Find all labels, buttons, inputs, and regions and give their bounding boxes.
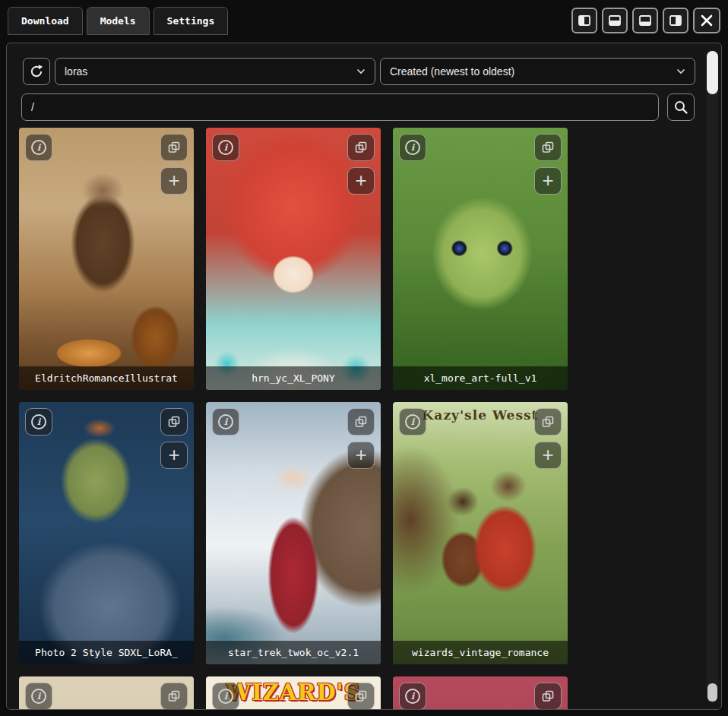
copy-button[interactable]	[534, 683, 562, 709]
info-button[interactable]: i	[25, 134, 52, 161]
split-top-button[interactable]	[632, 8, 658, 33]
add-button[interactable]: +	[347, 442, 375, 469]
search-input[interactable]	[21, 93, 659, 121]
tab-models[interactable]: Models	[87, 7, 150, 35]
split-right-icon	[669, 14, 682, 27]
model-card[interactable]: i + Photo 2 Style SDXL_LoRA_	[19, 402, 194, 664]
copy-button[interactable]	[347, 408, 375, 436]
model-name-label: Photo 2 Style SDXL_LoRA_	[19, 641, 194, 664]
chevron-down-icon	[676, 68, 685, 74]
add-button[interactable]: +	[347, 167, 375, 195]
split-bottom-icon	[608, 14, 622, 27]
info-icon: i	[218, 140, 233, 155]
close-button[interactable]	[693, 8, 720, 33]
info-icon: i	[218, 414, 233, 429]
sort-select[interactable]: Created (newest to oldest)	[380, 58, 695, 85]
copy-icon	[541, 141, 555, 154]
model-type-select[interactable]: loras	[55, 58, 375, 85]
model-card[interactable]: i + hrn_yc_XL_PONY	[206, 128, 381, 390]
add-button[interactable]: +	[160, 167, 188, 195]
models-panel: loras Created (newest to oldest) i	[6, 43, 722, 710]
split-bottom-button[interactable]	[602, 8, 628, 33]
copy-button[interactable]	[347, 134, 375, 161]
add-button[interactable]: +	[160, 442, 188, 469]
model-card[interactable]: i +	[19, 676, 194, 709]
model-type-value: loras	[65, 65, 87, 78]
copy-button[interactable]	[160, 134, 188, 161]
info-button[interactable]: i	[399, 683, 426, 709]
copy-icon	[167, 141, 181, 154]
copy-button[interactable]	[160, 683, 188, 709]
search-button[interactable]	[667, 93, 695, 121]
copy-icon	[354, 689, 368, 703]
model-card[interactable]: Kazy'sle Wesst i + wizards_vintage_roman…	[393, 402, 568, 664]
info-icon: i	[31, 414, 46, 429]
model-grid: i + EldritchRomanceIllustrat i	[19, 128, 568, 709]
info-button[interactable]: i	[212, 134, 239, 161]
copy-icon	[167, 415, 181, 429]
model-name-label: star_trek_twok_oc_v2.1	[206, 641, 381, 664]
info-icon: i	[31, 689, 46, 704]
vertical-scrollbar[interactable]	[707, 49, 718, 703]
sort-value: Created (newest to oldest)	[390, 65, 514, 78]
split-left-button[interactable]	[571, 8, 597, 33]
info-button[interactable]: i	[212, 408, 239, 436]
add-button[interactable]: +	[534, 167, 562, 195]
copy-icon	[541, 415, 555, 429]
copy-icon	[354, 415, 368, 429]
split-left-icon	[578, 14, 591, 27]
model-card[interactable]: i + star_trek_twok_oc_v2.1	[206, 402, 381, 664]
model-name-label: wizards_vintage_romance	[393, 641, 568, 664]
copy-button[interactable]	[534, 134, 562, 161]
info-icon: i	[218, 689, 233, 704]
info-icon: i	[405, 414, 420, 429]
search-icon	[673, 100, 688, 115]
model-card[interactable]: i + EldritchRomanceIllustrat	[19, 128, 194, 390]
scrollbar-thumb[interactable]	[707, 51, 718, 94]
window-controls	[571, 8, 720, 33]
copy-icon	[541, 689, 555, 703]
info-button[interactable]: i	[399, 408, 426, 436]
tab-bar: Download Models Settings	[8, 7, 228, 35]
refresh-icon	[29, 64, 44, 79]
copy-button[interactable]	[160, 408, 188, 436]
info-icon: i	[405, 689, 420, 704]
copy-icon	[167, 689, 181, 703]
info-button[interactable]: i	[25, 408, 52, 436]
info-button[interactable]: i	[399, 134, 426, 161]
chevron-down-icon	[356, 68, 366, 74]
info-icon: i	[31, 140, 46, 155]
tab-settings[interactable]: Settings	[154, 7, 229, 35]
split-top-icon	[638, 14, 652, 27]
info-button[interactable]: i	[212, 683, 239, 709]
model-name-label: xl_more_art-full_v1	[393, 366, 568, 390]
copy-button[interactable]	[534, 408, 562, 436]
info-button[interactable]: i	[25, 683, 52, 709]
refresh-button[interactable]	[23, 58, 50, 85]
model-name-label: EldritchRomanceIllustrat	[19, 366, 194, 390]
model-card[interactable]: i + xl_more_art-full_v1	[393, 128, 568, 390]
info-icon: i	[405, 140, 420, 155]
close-icon	[700, 14, 714, 27]
add-button[interactable]: +	[534, 442, 562, 469]
model-card[interactable]: WIZARD'S i +	[206, 676, 381, 709]
model-name-label: hrn_yc_XL_PONY	[206, 366, 381, 390]
copy-button[interactable]	[347, 683, 375, 709]
copy-icon	[354, 141, 368, 154]
split-right-button[interactable]	[663, 8, 688, 33]
model-card[interactable]: i +	[393, 676, 568, 709]
scrollbar-bottom-grip[interactable]	[707, 683, 717, 702]
tab-download[interactable]: Download	[8, 7, 83, 35]
